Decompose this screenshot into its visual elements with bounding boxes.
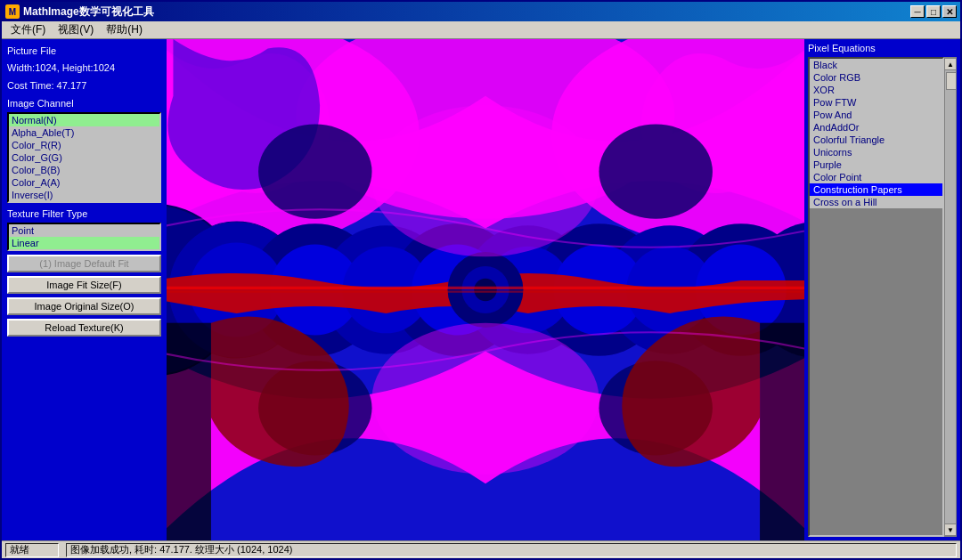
title-buttons: ─ □ ✕ (910, 5, 957, 18)
fit-size-button[interactable]: Image Fit Size(F) (7, 276, 161, 294)
channel-item-color-r[interactable]: Color_R(R) (9, 139, 159, 151)
filter-item-linear[interactable]: Linear (9, 237, 159, 249)
right-panel: Pixel Equations Black Color RGB XOR Pow … (804, 39, 960, 540)
eq-colorful-triangle[interactable]: Colorful Triangle (810, 134, 942, 146)
filter-item-point[interactable]: Point (9, 224, 159, 237)
svg-point-27 (372, 323, 599, 475)
eq-color-point[interactable]: Color Point (810, 171, 942, 183)
cost-time-text: Cost Time: 47.177 (7, 79, 161, 93)
menu-bar: 文件(F) 视图(V) 帮助(H) (2, 21, 960, 39)
channel-item-color-b[interactable]: Color_B(B) (9, 164, 159, 176)
equations-scrollbar: ▲ ▼ (944, 57, 957, 537)
equations-listbox-container: Black Color RGB XOR Pow FTW Pow And AndA… (808, 57, 957, 537)
channel-item-color-g[interactable]: Color_G(G) (9, 151, 159, 164)
channel-item-alpha[interactable]: Alpha_Able(T) (9, 126, 159, 139)
menu-help[interactable]: 帮助(H) (101, 21, 148, 38)
channel-listbox: Normal(N) Alpha_Able(T) Color_R(R) Color… (7, 112, 161, 203)
scrollbar-track[interactable] (945, 70, 956, 523)
main-content: Picture File Width:1024, Height:1024 Cos… (2, 39, 960, 540)
eq-unicorns[interactable]: Unicorns (810, 146, 942, 158)
svg-point-26 (372, 105, 599, 256)
app-icon: M (5, 4, 20, 19)
window-title: MathImage数学可视化工具 (23, 4, 154, 20)
original-size-button[interactable]: Image Original Size(O) (7, 297, 161, 315)
filter-listbox: Point Linear (7, 223, 161, 251)
reload-texture-button[interactable]: Reload Texture(K) (7, 319, 161, 337)
content-area: Picture File Width:1024, Height:1024 Cos… (2, 39, 960, 540)
texture-filter-label: Texture Filter Type (7, 208, 161, 219)
menu-file[interactable]: 文件(F) (5, 21, 51, 38)
eq-pow-and[interactable]: Pow And (810, 109, 942, 121)
image-channel-label: Image Channel (7, 98, 161, 109)
left-panel: Picture File Width:1024, Height:1024 Cos… (2, 39, 167, 540)
eq-construction-papers[interactable]: Construction Papers (810, 183, 942, 196)
svg-point-29 (599, 125, 712, 219)
maximize-button[interactable]: □ (926, 5, 941, 18)
eq-andaddor[interactable]: AndAddOr (810, 121, 942, 134)
close-button[interactable]: ✕ (942, 5, 957, 18)
width-height-text: Width:1024, Height:1024 (7, 61, 161, 75)
picture-file-label: Picture File (7, 45, 161, 58)
eq-pow-ftw[interactable]: Pow FTW (810, 96, 942, 109)
svg-rect-33 (760, 323, 804, 540)
visualization-svg (167, 39, 804, 540)
scrollbar-thumb[interactable] (946, 72, 957, 90)
status-message: 图像加载成功, 耗时: 47.177. 纹理大小 (1024, 1024) (66, 543, 957, 557)
scrollbar-up-button[interactable]: ▲ (944, 58, 957, 70)
title-bar-left: M MathImage数学可视化工具 (5, 4, 154, 20)
channel-item-normal[interactable]: Normal(N) (9, 114, 159, 126)
svg-point-28 (258, 125, 371, 219)
eq-xor[interactable]: XOR (810, 84, 942, 96)
minimize-button[interactable]: ─ (910, 5, 925, 18)
pixel-equations-label: Pixel Equations (808, 43, 957, 53)
status-ready-text: 就绪 (10, 543, 29, 556)
menu-view[interactable]: 视图(V) (53, 21, 99, 38)
title-bar: M MathImage数学可视化工具 ─ □ ✕ (2, 2, 960, 21)
scrollbar-down-button[interactable]: ▼ (944, 523, 957, 536)
status-message-text: 图像加载成功, 耗时: 47.177. 纹理大小 (1024, 1024) (70, 543, 292, 556)
status-bar: 就绪 图像加载成功, 耗时: 47.177. 纹理大小 (1024, 1024) (2, 540, 960, 558)
main-window: M MathImage数学可视化工具 ─ □ ✕ 文件(F) 视图(V) 帮助(… (0, 0, 962, 560)
eq-purple[interactable]: Purple (810, 158, 942, 171)
eq-black[interactable]: Black (810, 59, 942, 71)
channel-item-inverse[interactable]: Inverse(I) (9, 189, 159, 201)
eq-color-rgb[interactable]: Color RGB (810, 71, 942, 84)
channel-item-color-a[interactable]: Color_A(A) (9, 176, 159, 189)
default-fit-button[interactable]: (1) Image Default Fit (7, 255, 161, 272)
equations-listbox: Black Color RGB XOR Pow FTW Pow And AndA… (808, 57, 944, 537)
eq-cross-on-a-hill[interactable]: Cross on a Hill (810, 196, 942, 208)
svg-point-25 (474, 279, 496, 301)
canvas-area (167, 39, 804, 540)
status-ready: 就绪 (5, 543, 59, 557)
